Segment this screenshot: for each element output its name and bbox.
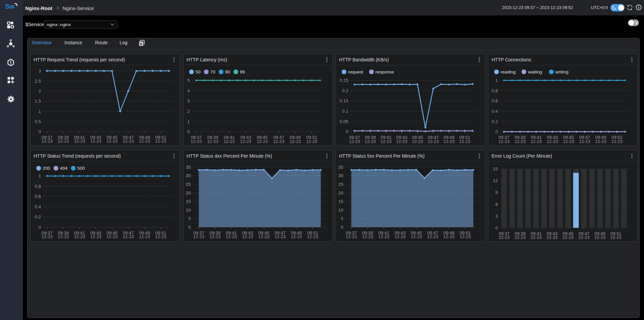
svg-text:10: 10	[186, 207, 191, 212]
svg-text:2: 2	[38, 89, 41, 94]
svg-text:12-23: 12-23	[41, 234, 52, 239]
svg-text:12-23: 12-23	[106, 234, 118, 239]
svg-text:12-23: 12-23	[380, 139, 391, 144]
svg-text:1.5: 1.5	[35, 99, 41, 104]
svg-text:0.2: 0.2	[491, 119, 498, 124]
svg-text:0.2: 0.2	[342, 88, 348, 93]
svg-text:12-23: 12-23	[106, 139, 118, 144]
svg-text:12-23: 12-23	[579, 139, 590, 144]
svg-text:writing: writing	[555, 69, 568, 74]
svg-text:500: 500	[77, 166, 85, 171]
svg-text:1: 1	[187, 119, 190, 124]
svg-text:50: 50	[196, 69, 201, 74]
svg-text:3: 3	[187, 98, 190, 103]
svg-text:12-23: 12-23	[139, 139, 150, 144]
svg-text:12-23: 12-23	[155, 234, 166, 239]
svg-text:0: 0	[188, 224, 191, 229]
svg-text:12-23: 12-23	[349, 139, 360, 144]
svg-text:12-23: 12-23	[562, 235, 573, 240]
svg-text:12-23: 12-23	[515, 235, 526, 240]
svg-text:99: 99	[240, 69, 245, 74]
svg-text:12-23: 12-23	[396, 139, 407, 144]
svg-text:25: 25	[186, 182, 191, 187]
svg-text:12-23: 12-23	[74, 234, 85, 239]
svg-text:5: 5	[188, 216, 191, 221]
svg-text:12-23: 12-23	[155, 139, 166, 144]
svg-text:12-23: 12-23	[362, 234, 373, 239]
svg-text:10: 10	[338, 207, 343, 212]
svg-text:0.05: 0.05	[340, 119, 348, 124]
svg-text:0.4: 0.4	[35, 204, 41, 209]
svg-text:12-23: 12-23	[74, 139, 85, 144]
svg-text:12-23: 12-23	[563, 139, 574, 144]
svg-text:0.8: 0.8	[35, 183, 41, 189]
svg-text:12-23: 12-23	[193, 234, 204, 239]
svg-text:12-23: 12-23	[123, 234, 134, 239]
svg-text:30: 30	[186, 173, 191, 178]
svg-text:12-23: 12-23	[412, 139, 423, 144]
svg-text:1: 1	[38, 173, 41, 178]
svg-text:404: 404	[60, 166, 68, 171]
svg-text:12-23: 12-23	[547, 235, 558, 240]
svg-text:0: 0	[38, 224, 41, 229]
svg-text:12-23: 12-23	[207, 139, 218, 144]
svg-text:12-23: 12-23	[123, 139, 134, 144]
svg-text:12-23: 12-23	[611, 139, 622, 144]
svg-text:12-23: 12-23	[460, 234, 471, 239]
svg-text:reading: reading	[501, 69, 516, 74]
svg-text:12-23: 12-23	[240, 139, 251, 144]
svg-text:12-23: 12-23	[90, 234, 101, 239]
svg-text:2.5: 2.5	[35, 78, 41, 84]
svg-text:12-23: 12-23	[531, 139, 542, 144]
svg-text:0: 0	[341, 224, 343, 229]
svg-text:12-23: 12-23	[258, 234, 269, 239]
svg-text:20: 20	[186, 190, 191, 195]
svg-text:0.25: 0.25	[340, 78, 348, 83]
svg-text:15: 15	[186, 199, 191, 204]
svg-text:70: 70	[210, 69, 215, 74]
svg-text:12-23: 12-23	[498, 139, 509, 144]
svg-text:12-23: 12-23	[365, 139, 376, 144]
svg-text:2: 2	[187, 109, 190, 114]
svg-text:12-23: 12-23	[594, 235, 605, 240]
svg-text:12-23: 12-23	[443, 139, 455, 144]
svg-text:12-23: 12-23	[499, 235, 510, 240]
svg-text:12-23: 12-23	[595, 139, 606, 144]
svg-text:0.5: 0.5	[35, 119, 41, 124]
svg-text:12-23: 12-23	[459, 139, 470, 144]
svg-text:12-23: 12-23	[139, 234, 150, 239]
svg-text:0.2: 0.2	[35, 214, 41, 219]
svg-text:0.1: 0.1	[342, 109, 348, 114]
svg-text:15: 15	[338, 199, 343, 204]
svg-text:12-23: 12-23	[90, 139, 101, 144]
svg-text:12-23: 12-23	[209, 234, 220, 239]
svg-text:0.4: 0.4	[491, 109, 498, 114]
svg-text:12-23: 12-23	[191, 139, 202, 144]
svg-text:12-23: 12-23	[242, 234, 253, 239]
svg-text:12: 12	[493, 178, 498, 183]
svg-text:90: 90	[225, 69, 230, 74]
svg-text:0.8: 0.8	[491, 88, 498, 93]
svg-text:12-23: 12-23	[428, 139, 439, 144]
svg-text:6: 6	[495, 202, 498, 207]
svg-text:12-23: 12-23	[273, 139, 284, 144]
svg-text:12-23: 12-23	[346, 234, 357, 239]
svg-text:0: 0	[495, 225, 498, 230]
svg-text:0.6: 0.6	[35, 194, 41, 199]
svg-text:0: 0	[187, 129, 190, 134]
svg-text:3: 3	[38, 68, 41, 73]
svg-text:12-23: 12-23	[226, 234, 237, 239]
svg-text:35: 35	[338, 164, 343, 169]
svg-text:1: 1	[38, 109, 41, 114]
svg-text:200: 200	[43, 166, 50, 171]
svg-text:0: 0	[495, 129, 498, 134]
svg-text:waiting: waiting	[528, 69, 542, 74]
svg-text:12-23: 12-23	[427, 234, 438, 239]
svg-text:35: 35	[186, 164, 191, 169]
svg-text:12-23: 12-23	[443, 234, 455, 239]
svg-text:12-23: 12-23	[257, 139, 268, 144]
svg-text:5: 5	[187, 78, 190, 83]
svg-text:12-23: 12-23	[514, 139, 525, 144]
svg-text:12-23: 12-23	[530, 235, 542, 240]
svg-text:request: request	[348, 69, 363, 74]
